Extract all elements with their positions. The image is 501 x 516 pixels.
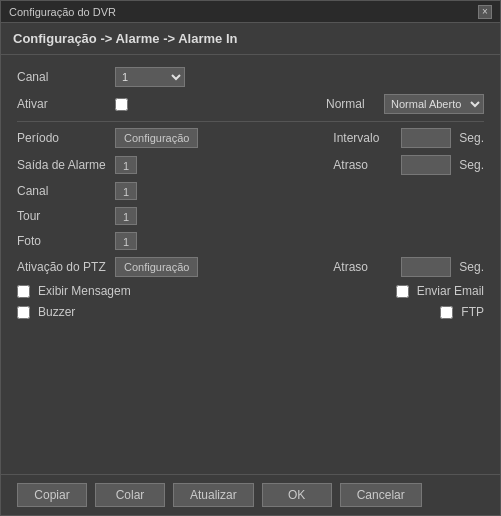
separator1 — [17, 121, 484, 122]
tour-value: 1 — [115, 207, 137, 225]
canal-select[interactable]: 1234 — [115, 67, 185, 87]
periodo-config-button[interactable]: Configuração — [115, 128, 198, 148]
canal-label: Canal — [17, 70, 107, 84]
enviar-label: Enviar Email — [417, 284, 484, 298]
checkboxes-row2: Buzzer FTP — [17, 305, 484, 319]
colar-button[interactable]: Colar — [95, 483, 165, 507]
ok-button[interactable]: OK — [262, 483, 332, 507]
tour-label: Tour — [17, 209, 107, 223]
foto-value: 1 — [115, 232, 137, 250]
atraso2-input[interactable]: 10 — [401, 257, 451, 277]
ftp-label: FTP — [461, 305, 484, 319]
exibir-checkbox[interactable] — [17, 285, 30, 298]
normal-select[interactable]: Normal Aberto Normal Fechado — [384, 94, 484, 114]
canal2-label: Canal — [17, 184, 107, 198]
ptz-row: Ativação do PTZ Configuração Atraso 10 S… — [17, 257, 484, 277]
window-title: Configuração do DVR — [9, 6, 116, 18]
content-area: Canal 1234 Ativar Normal Normal Aberto N… — [1, 55, 500, 474]
enviar-checkbox[interactable] — [396, 285, 409, 298]
atraso-input[interactable]: 10 — [401, 155, 451, 175]
buzzer-label: Buzzer — [38, 305, 138, 319]
ptz-config-button[interactable]: Configuração — [115, 257, 198, 277]
breadcrumb: Configuração -> Alarme -> Alarme In — [1, 23, 500, 55]
exibir-label: Exibir Mensagem — [38, 284, 138, 298]
foto-row: Foto 1 — [17, 232, 484, 250]
ftp-checkbox[interactable] — [440, 306, 453, 319]
atraso-seg: Seg. — [459, 158, 484, 172]
intervalo-seg: Seg. — [459, 131, 484, 145]
intervalo-input[interactable]: 1 — [401, 128, 451, 148]
ativar-checkbox[interactable] — [115, 98, 128, 111]
atraso2-label: Atraso — [333, 260, 393, 274]
main-window: Configuração do DVR × Configuração -> Al… — [0, 0, 501, 516]
atualizar-button[interactable]: Atualizar — [173, 483, 254, 507]
normal-label: Normal — [326, 97, 376, 111]
footer: Copiar Colar Atualizar OK Cancelar — [1, 474, 500, 515]
atraso-label: Atraso — [333, 158, 393, 172]
copiar-button[interactable]: Copiar — [17, 483, 87, 507]
saida-label: Saída de Alarme — [17, 158, 107, 172]
tour-row: Tour 1 — [17, 207, 484, 225]
foto-label: Foto — [17, 234, 107, 248]
ativar-normal-row: Ativar Normal Normal Aberto Normal Fecha… — [17, 94, 484, 114]
buzzer-checkbox[interactable] — [17, 306, 30, 319]
intervalo-label: Intervalo — [333, 131, 393, 145]
close-button[interactable]: × — [478, 5, 492, 19]
checkboxes-row1: Exibir Mensagem Enviar Email — [17, 284, 484, 298]
title-bar: Configuração do DVR × — [1, 1, 500, 23]
periodo-label: Período — [17, 131, 107, 145]
canal2-row: Canal 1 — [17, 182, 484, 200]
saida-value: 1 — [115, 156, 137, 174]
ativar-label: Ativar — [17, 97, 107, 111]
saida-atraso-row: Saída de Alarme 1 Atraso 10 Seg. — [17, 155, 484, 175]
canal-row: Canal 1234 — [17, 67, 484, 87]
ativacao-label: Ativação do PTZ — [17, 260, 107, 274]
periodo-intervalo-row: Período Configuração Intervalo 1 Seg. — [17, 128, 484, 148]
canal2-value: 1 — [115, 182, 137, 200]
cancelar-button[interactable]: Cancelar — [340, 483, 422, 507]
atraso2-seg: Seg. — [459, 260, 484, 274]
